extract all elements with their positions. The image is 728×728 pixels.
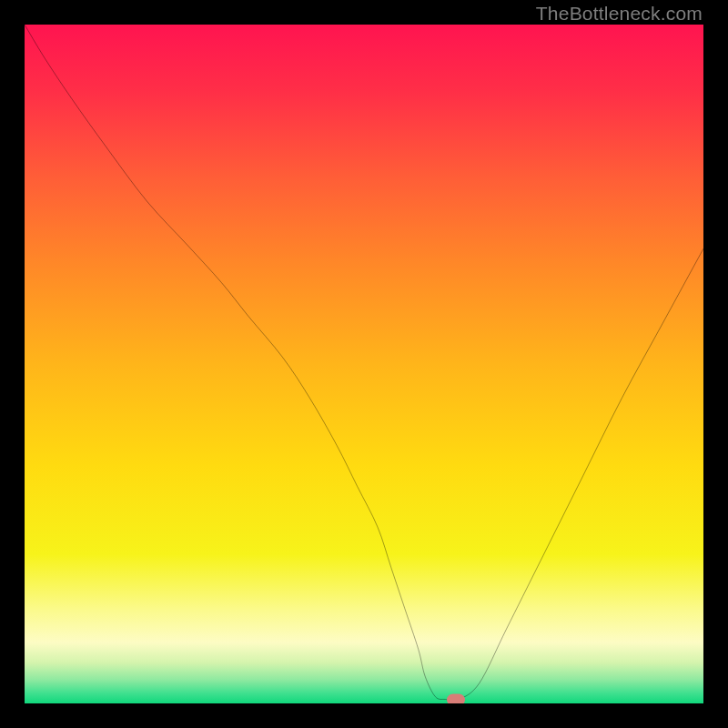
- plot-area: [25, 25, 703, 703]
- watermark-label: TheBottleneck.com: [536, 3, 703, 25]
- bottleneck-curve: [25, 25, 703, 703]
- optimal-marker: [447, 693, 465, 703]
- chart-frame: TheBottleneck.com: [0, 0, 728, 728]
